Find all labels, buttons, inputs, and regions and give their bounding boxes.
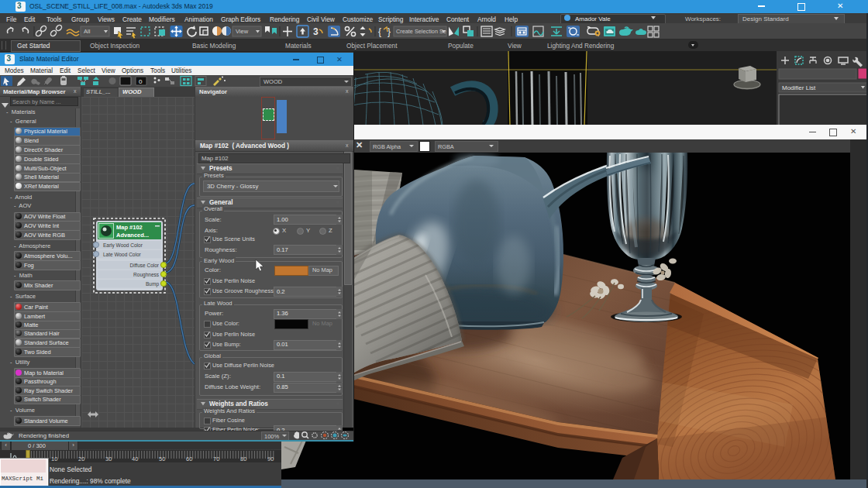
svg-text:Map #102: Map #102 [116, 224, 143, 231]
svg-text:30: 30 [105, 455, 112, 462]
svg-text:0: 0 [139, 78, 143, 85]
svg-text:Advanced...: Advanced... [116, 232, 149, 239]
svg-text:Roughness: Roughness [133, 272, 160, 278]
svg-text:Create Selection Se: Create Selection Se [396, 28, 446, 35]
svg-text:60: 60 [186, 455, 192, 462]
svg-text:Bump: Bump [146, 281, 159, 287]
svg-text:40: 40 [132, 455, 138, 462]
svg-text:{: { [378, 26, 381, 37]
svg-text:90: 90 [267, 455, 274, 462]
svg-text:}: } [388, 26, 391, 37]
svg-text:80: 80 [240, 455, 246, 462]
svg-text:Modifier List: Modifier List [782, 84, 816, 91]
svg-text:70: 70 [213, 455, 219, 462]
svg-text:50: 50 [159, 455, 165, 462]
svg-text:View: View [236, 28, 249, 35]
svg-text:Late Wood Color: Late Wood Color [103, 252, 141, 257]
svg-text:Diffuse Color: Diffuse Color [130, 263, 160, 268]
svg-text:3: 3 [313, 26, 319, 37]
svg-text:20: 20 [78, 455, 84, 462]
svg-text:Early Wood Color: Early Wood Color [103, 242, 143, 249]
svg-text:10: 10 [51, 455, 57, 462]
svg-text:All: All [84, 28, 91, 35]
